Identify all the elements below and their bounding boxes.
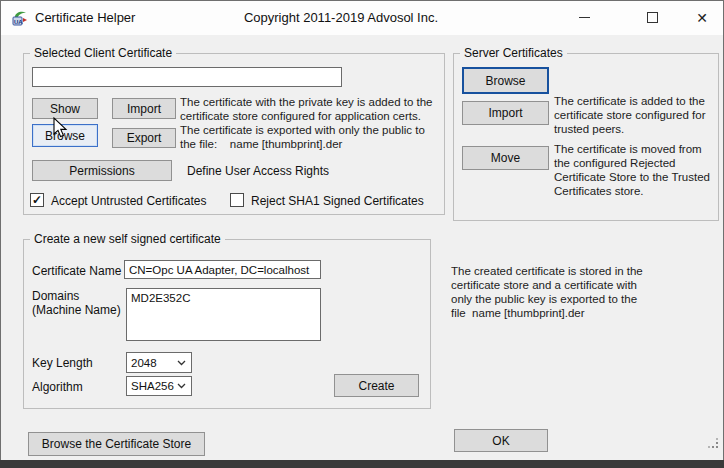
close-button[interactable]: ✕: [682, 1, 722, 34]
screenshot-stage: UA Certificate Helper Copyright 2011-201…: [0, 0, 724, 468]
accept-untrusted-checkbox[interactable]: ✓: [30, 193, 44, 207]
key-length-value: 2048: [131, 357, 157, 369]
checkmark-icon: ✓: [32, 194, 42, 206]
reject-sha1-label: Reject SHA1 Signed Certificates: [251, 194, 424, 208]
ok-button[interactable]: OK: [454, 429, 548, 452]
certificate-helper-window: UA Certificate Helper Copyright 2011-201…: [0, 0, 724, 461]
client-certificate-group: Selected Client Certificate Show Import …: [23, 53, 445, 215]
client-certificate-group-label: Selected Client Certificate: [30, 46, 176, 60]
server-certificates-group-label: Server Certificates: [460, 46, 567, 60]
reject-sha1-checkbox[interactable]: [230, 193, 244, 207]
browse-client-button[interactable]: Browse: [32, 124, 98, 147]
server-import-description: The certificate is added to the certific…: [554, 94, 717, 136]
create-certificate-group: Create a new self signed certificate Cer…: [23, 239, 431, 409]
chevron-down-icon: [177, 360, 186, 366]
title-bar: UA Certificate Helper Copyright 2011-201…: [1, 1, 723, 35]
svg-text:UA: UA: [14, 19, 23, 25]
import-server-button[interactable]: Import: [462, 101, 549, 125]
algorithm-value: SHA256: [131, 380, 174, 392]
minimize-button[interactable]: [564, 1, 604, 34]
domains-textarea[interactable]: MD2E352C: [126, 288, 321, 341]
domains-label-line1: Domains: [32, 289, 79, 303]
import-client-button[interactable]: Import: [112, 98, 176, 119]
bottom-strip: [0, 460, 724, 468]
certificate-name-label: Certificate Name: [32, 264, 121, 278]
move-description: The certificate is moved from the config…: [554, 142, 717, 198]
algorithm-select[interactable]: SHA256: [126, 376, 192, 396]
window-title: Certificate Helper: [35, 10, 135, 25]
server-certificates-group: Server Certificates Browse Import Move T…: [453, 53, 719, 221]
minimize-icon: [579, 17, 590, 18]
selected-certificate-input[interactable]: [32, 67, 342, 87]
domains-label-line2: (Machine Name): [32, 303, 121, 317]
export-description: The certificate is exported with only th…: [180, 123, 446, 151]
close-icon: ✕: [696, 11, 708, 25]
maximize-icon: [647, 12, 658, 23]
chevron-down-icon: [177, 383, 186, 389]
certificate-name-input[interactable]: [124, 260, 321, 279]
copyright-text: Copyright 2011-2019 Advosol Inc.: [191, 10, 491, 25]
create-button[interactable]: Create: [334, 374, 419, 397]
algorithm-label: Algorithm: [32, 380, 83, 394]
browse-certificate-store-button[interactable]: Browse the Certificate Store: [28, 432, 205, 456]
show-button[interactable]: Show: [32, 98, 98, 119]
move-button[interactable]: Move: [462, 146, 549, 170]
app-icon: UA: [11, 9, 28, 26]
permissions-button[interactable]: Permissions: [32, 160, 172, 181]
maximize-button[interactable]: [632, 1, 672, 34]
export-button[interactable]: Export: [112, 128, 176, 148]
create-certificate-group-label: Create a new self signed certificate: [30, 232, 225, 246]
accept-untrusted-label: Accept Untrusted Certificates: [51, 194, 206, 208]
key-length-select[interactable]: 2048: [126, 352, 192, 373]
permissions-description: Define User Access Rights: [187, 164, 329, 178]
created-certificate-description: The created certificate is stored in the…: [451, 264, 671, 320]
import-description: The certificate with the private key is …: [180, 95, 446, 123]
key-length-label: Key Length: [32, 356, 93, 370]
browse-server-button[interactable]: Browse: [462, 67, 549, 94]
resize-grip-icon[interactable]: [708, 438, 719, 449]
